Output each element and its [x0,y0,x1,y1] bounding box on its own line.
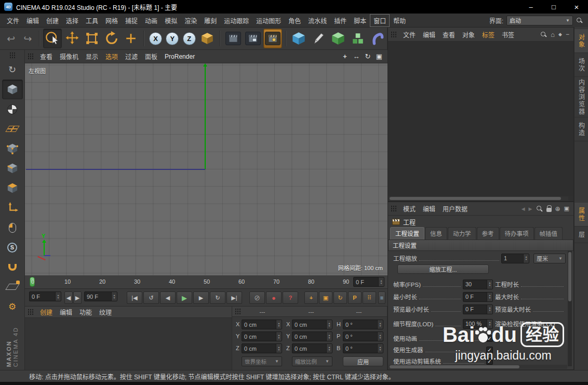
workplane-lock-button[interactable] [2,277,23,297]
menu-select[interactable]: 选择 [62,14,82,27]
om-horizontal-scrollbar[interactable] [389,196,568,201]
viewport[interactable]: 左视图 Y 网格间距: 100 cm [25,63,387,275]
menu-motion-tracker[interactable]: 运动跟踪 [220,14,252,27]
mograph-button[interactable] [349,29,367,48]
spinner[interactable]: ▲▼ [378,277,384,286]
scale-project-button[interactable]: 缩放工程... [397,264,489,274]
position-y-field[interactable]: 0 cm▲▼ [242,331,282,341]
rotate-tool-button[interactable] [102,29,121,48]
side-tab-layers[interactable]: 层 [574,227,588,243]
position-z-field[interactable]: 0 cm▲▼ [242,343,282,353]
mm-menu-create[interactable]: 创建 [36,306,56,318]
vp-menu-panel[interactable]: 面板 [141,50,161,63]
zoom-view-icon[interactable]: ↔ [352,52,360,60]
scale-mode-dropdown[interactable]: 缩放比例▼ [292,356,332,366]
vp-menu-display[interactable]: 显示 [82,50,102,63]
am-tab-todo[interactable]: 待办事项 [500,227,534,240]
om-search-icon[interactable] [540,31,547,38]
mm-menu-texture[interactable]: 纹理 [96,306,115,318]
vp-menu-options[interactable]: 选项 [102,50,122,63]
snap-settings-button[interactable]: S [2,237,23,257]
z-axis-lock-button[interactable]: Z [181,29,197,48]
side-tab-structure[interactable]: 构造 [574,117,588,141]
vp-menu-prorender[interactable]: ProRender [161,51,198,62]
x-axis-lock-button[interactable]: X [148,29,163,48]
start-frame-field[interactable]: 0 F ▲▼ [29,291,61,301]
viewport-menu-grip[interactable] [28,53,34,60]
am-vertical-scrollbar[interactable] [568,251,572,366]
menu-character[interactable]: 角色 [285,14,304,27]
object-list-area[interactable] [389,42,573,196]
material-list-area[interactable] [25,318,232,369]
coordinates-grip[interactable] [235,308,241,315]
om-minimize-icon[interactable]: − [566,31,569,38]
step-forward-button[interactable]: ▶ [73,291,82,304]
maximize-button[interactable]: □ [542,0,565,14]
om-menu-tags[interactable]: 标签 [478,28,498,41]
pan-view-icon[interactable]: + [341,52,349,60]
project-settings-section-header[interactable]: 工程设置 [388,240,573,251]
size-x-field[interactable]: 0 cm▲▼ [292,320,332,329]
deformer-button[interactable] [368,29,387,48]
am-history-back-icon[interactable]: ◀ [522,206,525,211]
toggle-view-icon[interactable]: ▣ [375,52,383,60]
menu-script[interactable]: 脚本 [350,14,370,27]
attribute-manager-grip[interactable] [391,205,397,212]
apply-button[interactable]: 应用 [343,356,383,366]
close-button[interactable]: × [565,0,588,14]
magnet-snap-button[interactable] [2,257,23,277]
am-tab-project-settings[interactable]: 工程设置 [390,227,424,240]
command-search-icon[interactable] [576,17,583,24]
record-keyframe-button[interactable]: ⊘ [249,291,265,304]
am-layout-icon[interactable]: ▣ [564,205,569,212]
timeline-ruler[interactable]: 0 10 20 30 40 50 60 70 80 90 0 F ▲▼ [25,275,387,289]
menu-mograph[interactable]: 运动图形 [252,14,285,27]
menu-pipeline[interactable]: 流水线 [304,14,330,27]
menu-plugins[interactable]: 插件 [330,14,350,27]
vp-menu-filter[interactable]: 过滤 [122,50,141,63]
render-view-button[interactable] [224,29,243,48]
play-backward-button[interactable]: ↺ [143,291,159,304]
use-animation-checkbox[interactable]: ✓ [486,335,493,342]
am-horizontal-scrollbar[interactable] [389,365,567,369]
menu-render[interactable]: 渲染 [181,14,201,27]
play-loop-button[interactable]: ↻ [210,291,225,304]
key-rotation-toggle[interactable]: ↻ [333,291,347,304]
minimize-button[interactable]: – [519,0,542,14]
menu-tools[interactable]: 工具 [82,14,102,27]
rotation-p-field[interactable]: 0 °▲▼ [343,331,383,341]
menu-mesh[interactable]: 网格 [102,14,122,27]
mm-menu-edit[interactable]: 编辑 [56,306,76,318]
previous-frame-button[interactable]: ◀ [160,291,176,304]
model-mode-button[interactable] [2,79,23,99]
project-scale-field[interactable]: 1▲▼ [501,254,529,263]
om-menu-view[interactable]: 查看 [439,28,459,41]
menu-simulate[interactable]: 模拟 [161,14,181,27]
use-motion-system-checkbox[interactable]: ✓ [486,358,493,365]
size-z-field[interactable]: 0 cm▲▼ [292,343,332,353]
menu-edit[interactable]: 编辑 [23,14,43,27]
am-tab-reference[interactable]: 参考 [477,227,499,240]
om-filter-icon[interactable]: ◆ [558,32,562,37]
record-objects-button[interactable]: ● [266,291,282,304]
fps-field[interactable]: 30▲▼ [463,280,493,289]
am-search-icon[interactable] [536,205,543,212]
move-tool-button[interactable] [63,29,82,48]
key-position-toggle[interactable]: + [304,291,318,304]
menu-snap[interactable]: 捕捉 [122,14,141,27]
size-y-field[interactable]: 0 cm▲▼ [292,331,332,341]
om-menu-objects[interactable]: 对象 [459,28,478,41]
last-tool-button[interactable] [122,29,141,48]
am-history-forward-icon[interactable]: ▶ [529,206,532,211]
points-mode-button[interactable] [2,139,23,158]
next-frame-button[interactable]: ▶ [193,291,209,304]
live-selection-button[interactable] [43,29,62,48]
spinner[interactable]: ▲▼ [55,292,61,301]
side-tab-takes[interactable]: 场次 [574,53,588,77]
am-tab-dynamics[interactable]: 动力学 [448,227,476,240]
menu-help[interactable]: 帮助 [390,14,409,27]
y-axis-lock-button[interactable]: Y [165,29,180,48]
play-forward-button[interactable]: ▶ [177,291,192,304]
om-home-icon[interactable]: ⌂ [551,31,555,38]
step-back-button[interactable]: ◀ [64,291,73,304]
